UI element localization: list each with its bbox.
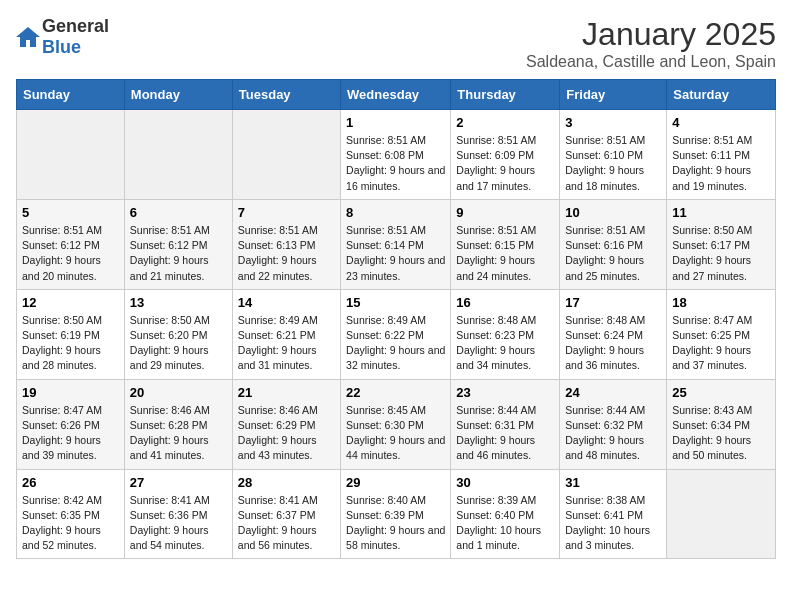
calendar-cell: 22Sunrise: 8:45 AM Sunset: 6:30 PM Dayli… bbox=[341, 379, 451, 469]
calendar-cell: 25Sunrise: 8:43 AM Sunset: 6:34 PM Dayli… bbox=[667, 379, 776, 469]
calendar-cell: 7Sunrise: 8:51 AM Sunset: 6:13 PM Daylig… bbox=[232, 199, 340, 289]
calendar-cell: 6Sunrise: 8:51 AM Sunset: 6:12 PM Daylig… bbox=[124, 199, 232, 289]
calendar-cell bbox=[667, 469, 776, 559]
day-info: Sunrise: 8:51 AM Sunset: 6:11 PM Dayligh… bbox=[672, 133, 770, 194]
calendar-cell bbox=[17, 110, 125, 200]
day-number: 18 bbox=[672, 295, 770, 310]
day-number: 20 bbox=[130, 385, 227, 400]
main-title: January 2025 bbox=[526, 16, 776, 53]
calendar-cell bbox=[124, 110, 232, 200]
day-info: Sunrise: 8:51 AM Sunset: 6:12 PM Dayligh… bbox=[130, 223, 227, 284]
calendar-cell: 15Sunrise: 8:49 AM Sunset: 6:22 PM Dayli… bbox=[341, 289, 451, 379]
day-number: 30 bbox=[456, 475, 554, 490]
calendar-cell: 16Sunrise: 8:48 AM Sunset: 6:23 PM Dayli… bbox=[451, 289, 560, 379]
day-info: Sunrise: 8:48 AM Sunset: 6:23 PM Dayligh… bbox=[456, 313, 554, 374]
day-number: 31 bbox=[565, 475, 661, 490]
calendar-week-row: 5Sunrise: 8:51 AM Sunset: 6:12 PM Daylig… bbox=[17, 199, 776, 289]
day-info: Sunrise: 8:47 AM Sunset: 6:25 PM Dayligh… bbox=[672, 313, 770, 374]
title-area: January 2025 Saldeana, Castille and Leon… bbox=[526, 16, 776, 71]
day-number: 4 bbox=[672, 115, 770, 130]
calendar-cell: 14Sunrise: 8:49 AM Sunset: 6:21 PM Dayli… bbox=[232, 289, 340, 379]
day-number: 7 bbox=[238, 205, 335, 220]
calendar-cell: 31Sunrise: 8:38 AM Sunset: 6:41 PM Dayli… bbox=[560, 469, 667, 559]
logo-blue: Blue bbox=[42, 37, 81, 57]
header: General Blue January 2025 Saldeana, Cast… bbox=[16, 16, 776, 71]
day-info: Sunrise: 8:46 AM Sunset: 6:29 PM Dayligh… bbox=[238, 403, 335, 464]
calendar-cell: 21Sunrise: 8:46 AM Sunset: 6:29 PM Dayli… bbox=[232, 379, 340, 469]
weekday-header: Tuesday bbox=[232, 80, 340, 110]
day-info: Sunrise: 8:50 AM Sunset: 6:19 PM Dayligh… bbox=[22, 313, 119, 374]
calendar-cell: 20Sunrise: 8:46 AM Sunset: 6:28 PM Dayli… bbox=[124, 379, 232, 469]
calendar-week-row: 12Sunrise: 8:50 AM Sunset: 6:19 PM Dayli… bbox=[17, 289, 776, 379]
day-info: Sunrise: 8:50 AM Sunset: 6:17 PM Dayligh… bbox=[672, 223, 770, 284]
weekday-header: Sunday bbox=[17, 80, 125, 110]
day-info: Sunrise: 8:51 AM Sunset: 6:10 PM Dayligh… bbox=[565, 133, 661, 194]
calendar-cell: 29Sunrise: 8:40 AM Sunset: 6:39 PM Dayli… bbox=[341, 469, 451, 559]
day-number: 12 bbox=[22, 295, 119, 310]
day-info: Sunrise: 8:51 AM Sunset: 6:13 PM Dayligh… bbox=[238, 223, 335, 284]
calendar-cell: 27Sunrise: 8:41 AM Sunset: 6:36 PM Dayli… bbox=[124, 469, 232, 559]
day-number: 28 bbox=[238, 475, 335, 490]
day-number: 25 bbox=[672, 385, 770, 400]
calendar-cell: 26Sunrise: 8:42 AM Sunset: 6:35 PM Dayli… bbox=[17, 469, 125, 559]
day-number: 27 bbox=[130, 475, 227, 490]
day-number: 10 bbox=[565, 205, 661, 220]
day-info: Sunrise: 8:41 AM Sunset: 6:36 PM Dayligh… bbox=[130, 493, 227, 554]
logo: General Blue bbox=[16, 16, 109, 58]
day-number: 6 bbox=[130, 205, 227, 220]
calendar-cell: 11Sunrise: 8:50 AM Sunset: 6:17 PM Dayli… bbox=[667, 199, 776, 289]
day-number: 24 bbox=[565, 385, 661, 400]
day-number: 19 bbox=[22, 385, 119, 400]
calendar-cell: 24Sunrise: 8:44 AM Sunset: 6:32 PM Dayli… bbox=[560, 379, 667, 469]
calendar-cell: 30Sunrise: 8:39 AM Sunset: 6:40 PM Dayli… bbox=[451, 469, 560, 559]
calendar-body: 1Sunrise: 8:51 AM Sunset: 6:08 PM Daylig… bbox=[17, 110, 776, 559]
day-number: 3 bbox=[565, 115, 661, 130]
day-info: Sunrise: 8:38 AM Sunset: 6:41 PM Dayligh… bbox=[565, 493, 661, 554]
calendar-week-row: 19Sunrise: 8:47 AM Sunset: 6:26 PM Dayli… bbox=[17, 379, 776, 469]
subtitle: Saldeana, Castille and Leon, Spain bbox=[526, 53, 776, 71]
logo-general: General bbox=[42, 16, 109, 36]
day-info: Sunrise: 8:49 AM Sunset: 6:22 PM Dayligh… bbox=[346, 313, 445, 374]
logo-icon bbox=[16, 27, 40, 47]
day-number: 16 bbox=[456, 295, 554, 310]
calendar-cell: 2Sunrise: 8:51 AM Sunset: 6:09 PM Daylig… bbox=[451, 110, 560, 200]
day-info: Sunrise: 8:50 AM Sunset: 6:20 PM Dayligh… bbox=[130, 313, 227, 374]
day-number: 29 bbox=[346, 475, 445, 490]
calendar-cell: 23Sunrise: 8:44 AM Sunset: 6:31 PM Dayli… bbox=[451, 379, 560, 469]
day-number: 21 bbox=[238, 385, 335, 400]
day-number: 26 bbox=[22, 475, 119, 490]
day-info: Sunrise: 8:40 AM Sunset: 6:39 PM Dayligh… bbox=[346, 493, 445, 554]
day-info: Sunrise: 8:51 AM Sunset: 6:14 PM Dayligh… bbox=[346, 223, 445, 284]
day-info: Sunrise: 8:46 AM Sunset: 6:28 PM Dayligh… bbox=[130, 403, 227, 464]
day-number: 15 bbox=[346, 295, 445, 310]
day-info: Sunrise: 8:39 AM Sunset: 6:40 PM Dayligh… bbox=[456, 493, 554, 554]
calendar-cell: 18Sunrise: 8:47 AM Sunset: 6:25 PM Dayli… bbox=[667, 289, 776, 379]
day-number: 8 bbox=[346, 205, 445, 220]
day-number: 2 bbox=[456, 115, 554, 130]
day-number: 23 bbox=[456, 385, 554, 400]
calendar-cell: 13Sunrise: 8:50 AM Sunset: 6:20 PM Dayli… bbox=[124, 289, 232, 379]
day-info: Sunrise: 8:41 AM Sunset: 6:37 PM Dayligh… bbox=[238, 493, 335, 554]
day-number: 14 bbox=[238, 295, 335, 310]
day-info: Sunrise: 8:43 AM Sunset: 6:34 PM Dayligh… bbox=[672, 403, 770, 464]
calendar-table: SundayMondayTuesdayWednesdayThursdayFrid… bbox=[16, 79, 776, 559]
calendar-cell: 9Sunrise: 8:51 AM Sunset: 6:15 PM Daylig… bbox=[451, 199, 560, 289]
calendar-cell: 19Sunrise: 8:47 AM Sunset: 6:26 PM Dayli… bbox=[17, 379, 125, 469]
calendar-cell: 10Sunrise: 8:51 AM Sunset: 6:16 PM Dayli… bbox=[560, 199, 667, 289]
calendar-cell: 28Sunrise: 8:41 AM Sunset: 6:37 PM Dayli… bbox=[232, 469, 340, 559]
calendar-week-row: 26Sunrise: 8:42 AM Sunset: 6:35 PM Dayli… bbox=[17, 469, 776, 559]
calendar-cell: 4Sunrise: 8:51 AM Sunset: 6:11 PM Daylig… bbox=[667, 110, 776, 200]
day-info: Sunrise: 8:45 AM Sunset: 6:30 PM Dayligh… bbox=[346, 403, 445, 464]
day-number: 22 bbox=[346, 385, 445, 400]
day-number: 5 bbox=[22, 205, 119, 220]
day-info: Sunrise: 8:44 AM Sunset: 6:31 PM Dayligh… bbox=[456, 403, 554, 464]
day-info: Sunrise: 8:51 AM Sunset: 6:12 PM Dayligh… bbox=[22, 223, 119, 284]
day-number: 13 bbox=[130, 295, 227, 310]
day-info: Sunrise: 8:42 AM Sunset: 6:35 PM Dayligh… bbox=[22, 493, 119, 554]
weekday-header: Monday bbox=[124, 80, 232, 110]
calendar-header-row: SundayMondayTuesdayWednesdayThursdayFrid… bbox=[17, 80, 776, 110]
weekday-header: Wednesday bbox=[341, 80, 451, 110]
calendar-cell: 3Sunrise: 8:51 AM Sunset: 6:10 PM Daylig… bbox=[560, 110, 667, 200]
day-info: Sunrise: 8:51 AM Sunset: 6:08 PM Dayligh… bbox=[346, 133, 445, 194]
day-info: Sunrise: 8:44 AM Sunset: 6:32 PM Dayligh… bbox=[565, 403, 661, 464]
